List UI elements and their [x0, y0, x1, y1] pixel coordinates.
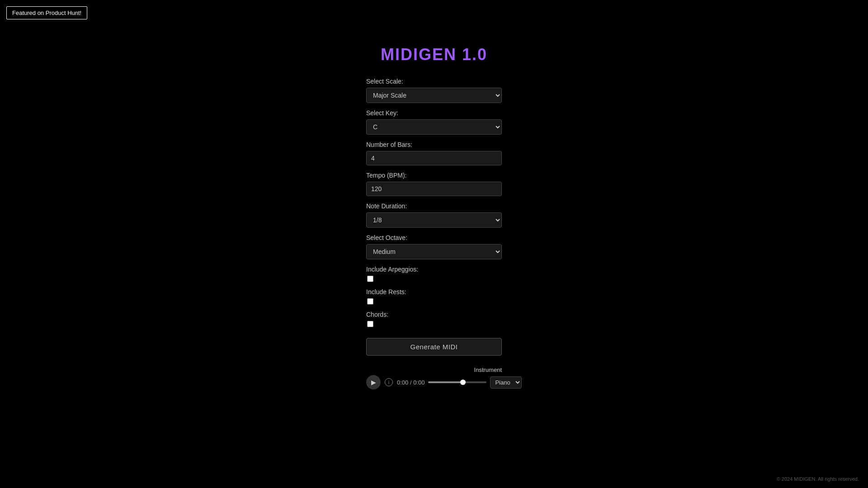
arpeggios-wrapper	[366, 276, 502, 282]
tempo-label: Tempo (BPM):	[366, 172, 502, 179]
app-title: MIDIGEN 1.0	[381, 45, 487, 64]
form-container: Select Scale: Major Scale Minor Scale Pe…	[366, 78, 502, 389]
player-controls: ▶ i 0:00 / 0:00 Piano Guitar Violin Flut…	[366, 375, 502, 389]
octave-select[interactable]: Low Medium High	[366, 244, 502, 259]
bars-input[interactable]	[366, 151, 502, 165]
tempo-input[interactable]	[366, 182, 502, 196]
key-label: Select Key:	[366, 109, 502, 117]
play-icon: ▶	[371, 379, 376, 386]
scale-select[interactable]: Major Scale Minor Scale Pentatonic Scale…	[366, 88, 502, 103]
note-duration-group: Note Duration: 1/8 1/4 1/2 1/16 Whole	[366, 202, 502, 228]
arpeggios-group: Include Arpeggios:	[366, 266, 502, 282]
info-icon: i	[385, 378, 393, 386]
bars-label: Number of Bars:	[366, 141, 502, 148]
chords-label: Chords:	[366, 311, 502, 318]
rests-checkbox[interactable]	[367, 298, 373, 305]
info-button[interactable]: i	[384, 378, 393, 387]
instrument-select[interactable]: Piano Guitar Violin Flute Synth	[490, 376, 522, 389]
product-hunt-badge[interactable]: Featured on Product Hunt!	[6, 6, 87, 19]
note-duration-select[interactable]: 1/8 1/4 1/2 1/16 Whole	[366, 212, 502, 228]
main-container: MIDIGEN 1.0 Select Scale: Major Scale Mi…	[0, 0, 868, 389]
time-display: 0:00 / 0:00	[397, 379, 425, 386]
chords-group: Chords:	[366, 311, 502, 327]
player-area: Instrument ▶ i 0:00 / 0:00 Piano Guitar	[366, 366, 502, 389]
footer: © 2024 MIDIGEN. All rights reserved.	[777, 476, 859, 482]
volume-slider[interactable]	[428, 381, 486, 383]
scale-label: Select Scale:	[366, 78, 502, 85]
instrument-label: Instrument	[474, 366, 502, 373]
bars-group: Number of Bars:	[366, 141, 502, 165]
arpeggios-label: Include Arpeggios:	[366, 266, 502, 273]
chords-wrapper	[366, 321, 502, 327]
rests-wrapper	[366, 298, 502, 305]
scale-group: Select Scale: Major Scale Minor Scale Pe…	[366, 78, 502, 103]
key-group: Select Key: C C# D D# E F F# G G# A A# B	[366, 109, 502, 135]
tempo-group: Tempo (BPM):	[366, 172, 502, 196]
play-button[interactable]: ▶	[366, 375, 381, 389]
generate-midi-button[interactable]: Generate MIDI	[366, 338, 502, 356]
arpeggios-checkbox[interactable]	[367, 276, 373, 282]
rests-label: Include Rests:	[366, 288, 502, 296]
note-duration-label: Note Duration:	[366, 202, 502, 210]
chords-checkbox[interactable]	[367, 321, 373, 327]
rests-group: Include Rests:	[366, 288, 502, 305]
octave-label: Select Octave:	[366, 234, 502, 241]
octave-group: Select Octave: Low Medium High	[366, 234, 502, 259]
key-select[interactable]: C C# D D# E F F# G G# A A# B	[366, 119, 502, 135]
